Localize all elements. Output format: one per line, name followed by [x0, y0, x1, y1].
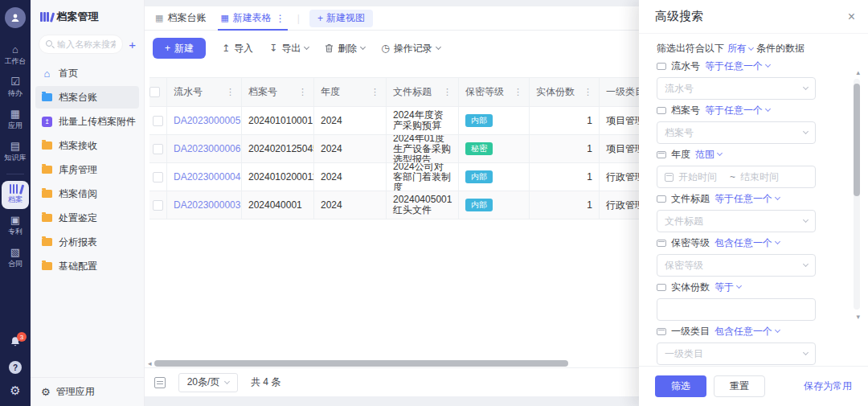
filter-button[interactable]: 筛选 [655, 375, 706, 397]
new-view-button[interactable]: + 新建视图 [309, 10, 373, 27]
sidebar-search-box[interactable] [39, 35, 123, 54]
column-menu-icon[interactable]: ⋮ [514, 88, 522, 96]
year-range-input[interactable]: ~ [657, 166, 816, 188]
save-as-favorite-link[interactable]: 保存为常用 [804, 379, 852, 393]
new-view-label: 新建视图 [326, 11, 365, 25]
condition-select[interactable]: 包含任意一个 [714, 325, 780, 338]
rail-item-knowledge[interactable]: ▤ 知识库 [2, 137, 29, 167]
sidebar-item-archive-ledger[interactable]: 档案台账 [35, 86, 139, 109]
user-avatar[interactable] [5, 7, 26, 28]
serial-filter-input[interactable] [657, 77, 816, 100]
sidebar-search-input[interactable] [57, 39, 116, 49]
tab-new-table[interactable]: ▦ 新建表格 ⋮ [218, 6, 287, 30]
rail-item-apps[interactable]: ▦ 应用 [2, 105, 29, 135]
sidebar-item-reports[interactable]: 分析报表 [35, 231, 139, 253]
settings-button[interactable]: ⚙ [10, 384, 20, 396]
serial-input[interactable] [665, 83, 799, 94]
page-settings-icon[interactable] [154, 377, 166, 388]
intro-suffix: 条件的数据 [756, 42, 805, 55]
add-menu-button[interactable]: + [129, 38, 136, 51]
start-date-input[interactable] [678, 171, 725, 182]
scroll-down-icon[interactable]: ▾ [856, 314, 860, 321]
rail-item-workbench[interactable]: ⌂ 工作台 [2, 41, 29, 71]
row-checkbox[interactable] [153, 144, 163, 154]
category-filter-input[interactable] [657, 342, 816, 365]
close-icon[interactable]: × [848, 10, 855, 23]
column-menu-icon[interactable]: ⋮ [226, 88, 235, 96]
sidebar-item-archive-receive[interactable]: 档案接收 [35, 134, 139, 157]
sidebar-item-warehouse[interactable]: 库房管理 [35, 158, 139, 181]
filter-serial: 流水号 等于任意一个 [657, 60, 850, 100]
select-all-checkbox[interactable] [149, 87, 160, 97]
scroll-left-icon[interactable]: ◂ [148, 360, 152, 367]
column-menu-icon[interactable]: ⋮ [298, 88, 307, 96]
copies-input[interactable] [665, 304, 808, 315]
serial-link[interactable]: DA2023000003 [174, 199, 240, 211]
column-header-title: 文件标题 ⋮ [387, 78, 459, 106]
tab-archive-ledger[interactable]: ▦ 档案台账 [153, 6, 208, 30]
reset-button[interactable]: 重置 [714, 375, 765, 397]
condition-select[interactable]: 包含任意一个 [714, 236, 780, 250]
sidebar-item-batch-upload[interactable]: ↥ 批量上传档案附件 [35, 110, 139, 133]
title-input[interactable] [665, 215, 799, 227]
level-filter-input[interactable] [657, 254, 816, 277]
condition-select[interactable]: 等于任意一个 [714, 192, 780, 206]
workbench-icon: ⌂ [12, 44, 18, 55]
manage-apps-button[interactable]: ⚙ 管理应用 [31, 377, 144, 406]
year-cell: 2024 [314, 107, 387, 134]
column-menu-icon[interactable]: ⋮ [583, 88, 592, 96]
scroll-up-icon[interactable]: ▴ [856, 69, 860, 76]
level-input[interactable] [665, 260, 799, 271]
match-mode-select[interactable]: 所有 [727, 42, 753, 55]
rail-item-label: 工作台 [5, 56, 27, 67]
rail-item-todo[interactable]: ☑ 待办 [2, 73, 29, 103]
serial-link[interactable]: DA2023000004 [174, 171, 240, 182]
rail-item-patent[interactable]: ▣ 专利 [2, 211, 29, 241]
import-button[interactable]: ↥ 导入 [222, 42, 253, 55]
chevron-down-icon [775, 239, 780, 244]
copies-cell: 1 [530, 163, 600, 191]
column-menu-icon[interactable]: ⋮ [371, 88, 379, 96]
folder-icon [42, 214, 52, 222]
column-header-copies: 实体份数 ⋮ [530, 78, 600, 106]
rail-item-archive[interactable]: 档案 [2, 181, 29, 209]
archive-no-filter-input[interactable] [657, 121, 816, 144]
rail-item-label: 专利 [8, 227, 23, 237]
title-filter-input[interactable] [657, 210, 816, 232]
sidebar-item-home[interactable]: ⌂ 首页 [35, 62, 139, 84]
rail-item-contract[interactable]: ▧ 合同 [2, 244, 29, 273]
archive-no-input[interactable] [665, 127, 799, 138]
delete-button[interactable]: 删除 [325, 42, 365, 55]
sidebar-item-borrow[interactable]: 档案借阅 [35, 182, 139, 205]
category-input[interactable] [665, 348, 799, 359]
row-checkbox[interactable] [153, 172, 163, 182]
tab-label: 档案台账 [167, 11, 206, 25]
sidebar-item-base-config[interactable]: 基础配置 [35, 255, 139, 277]
sidebar-item-disposal[interactable]: 处置鉴定 [35, 207, 139, 229]
condition-select[interactable]: 范围 [695, 148, 722, 162]
tab-label: 新建表格 [233, 11, 272, 25]
condition-select[interactable]: 等于任意一个 [705, 59, 770, 73]
year-cell: 2024 [314, 135, 387, 162]
copies-filter-input[interactable] [657, 298, 816, 321]
operation-log-button[interactable]: ◷ 操作记录 [381, 42, 440, 55]
condition-select[interactable]: 等于任意一个 [705, 104, 770, 117]
serial-link[interactable]: DA2023000006 [174, 143, 240, 154]
condition-select[interactable]: 等于 [714, 281, 741, 294]
notifications-button[interactable]: 3 [9, 335, 22, 351]
export-button[interactable]: ↧ 导出 [269, 42, 309, 55]
help-button[interactable]: ? [9, 361, 22, 374]
horizontal-scrollbar-thumb[interactable] [154, 360, 568, 367]
new-record-button[interactable]: + 新建 [153, 38, 206, 59]
filter-label: 流水号 [671, 59, 700, 73]
serial-link[interactable]: DA2023000005 [174, 115, 240, 126]
row-checkbox[interactable] [153, 200, 163, 211]
column-menu-icon[interactable]: ⋮ [443, 88, 452, 96]
condition-value: 包含任意一个 [714, 325, 772, 338]
panel-scrollbar-thumb[interactable] [854, 84, 860, 196]
page-size-select[interactable]: 20条/页 [178, 373, 238, 392]
end-date-input[interactable] [740, 171, 787, 182]
filter-label: 档案号 [671, 104, 700, 117]
row-checkbox[interactable] [153, 116, 163, 126]
tab-more-icon[interactable]: ⋮ [276, 13, 285, 24]
